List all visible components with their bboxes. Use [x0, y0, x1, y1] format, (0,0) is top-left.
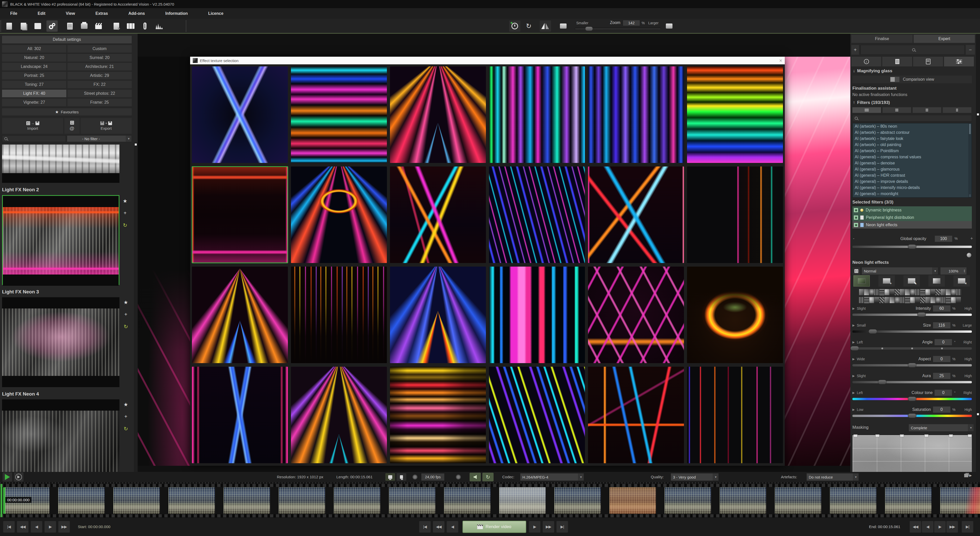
- texture-chip[interactable]: [900, 289, 905, 295]
- zoom-slider-thumb[interactable]: [585, 27, 593, 31]
- timeline-frame[interactable]: [775, 487, 821, 514]
- new-document-icon[interactable]: [3, 21, 15, 32]
- fps-field[interactable]: 24,00 fps: [421, 473, 445, 481]
- slider-track[interactable]: [853, 347, 972, 349]
- category-vignette[interactable]: Vignette: 27: [2, 99, 66, 106]
- category-toning[interactable]: Toning: 27: [2, 81, 66, 88]
- timeline-frame[interactable]: [940, 487, 980, 514]
- masking-mode-dropdown[interactable]: Complete▼: [908, 424, 974, 432]
- texture-tile-orange-glow-u-shape[interactable]: [687, 266, 783, 363]
- zoom-in-camera-icon[interactable]: ▴: [663, 21, 675, 32]
- timeline-frame[interactable]: [665, 487, 711, 514]
- category-fx[interactable]: FX: 22: [67, 81, 132, 88]
- timeline-frame[interactable]: [334, 487, 380, 514]
- zoom-value-field[interactable]: 142: [623, 20, 640, 26]
- timeline-frame[interactable]: [224, 487, 270, 514]
- export-frames-icon[interactable]: ▶: [964, 474, 972, 477]
- rotate-icon[interactable]: ↻: [124, 426, 128, 432]
- timeline-frame[interactable]: [444, 487, 490, 514]
- add-icon[interactable]: +: [124, 210, 127, 216]
- filter-item[interactable]: AI (artwork) – 80s neon: [853, 123, 972, 129]
- transport-right-3[interactable]: ▶▶: [946, 521, 958, 533]
- texture-tile-red-magenta-hexagon[interactable]: [192, 166, 288, 263]
- texture-chip[interactable]: [890, 297, 894, 303]
- filter-item[interactable]: AI (general) – HDR contrast: [853, 172, 972, 179]
- expander-icon[interactable]: ▶: [853, 408, 855, 412]
- slider-track[interactable]: [853, 314, 972, 316]
- filter-item[interactable]: AI (artwork) – Pointillism: [853, 148, 972, 154]
- artefacts-dropdown[interactable]: Do not reduce▼: [807, 473, 859, 481]
- redo-icon[interactable]: ↻: [523, 21, 535, 32]
- timeline-frame[interactable]: [279, 487, 325, 514]
- dialog-title-bar[interactable]: Effect texture selection ×: [190, 57, 785, 64]
- checkbox-checked-icon[interactable]: [854, 215, 858, 220]
- texture-tile-circuit-lines-blue-red-orange[interactable]: [588, 367, 684, 463]
- texture-chip[interactable]: [890, 289, 894, 295]
- playback-settings-icon[interactable]: [456, 474, 461, 480]
- checkbox-checked-icon[interactable]: [854, 223, 858, 227]
- global-opacity-value[interactable]: 100: [935, 235, 953, 242]
- view-mode-detailed[interactable]: [853, 107, 881, 113]
- texture-tile-diagonal-blue-violet-lines[interactable]: [489, 166, 585, 263]
- expander-icon[interactable]: ▶: [853, 340, 855, 344]
- timeline-frame[interactable]: [389, 487, 435, 514]
- texture-chip[interactable]: [956, 289, 961, 295]
- favourite-star-icon[interactable]: ★: [124, 401, 128, 408]
- rotate-icon[interactable]: ↻: [123, 222, 127, 228]
- expander-icon[interactable]: ▶: [853, 374, 855, 378]
- menu-addons[interactable]: Add-ons: [118, 8, 155, 19]
- texture-chip[interactable]: [946, 289, 951, 295]
- preset-thumbnail-partial[interactable]: [2, 145, 119, 183]
- texture-chip[interactable]: [900, 297, 905, 303]
- filter-item[interactable]: AI (artwork) – old painting: [853, 142, 972, 148]
- texture-chip[interactable]: [885, 289, 889, 295]
- tab-description[interactable]: [882, 57, 912, 66]
- texture-tile-sparse-vertical-rainbow-lines[interactable]: [687, 367, 783, 463]
- texture-tile-horizontal-warm-streaks[interactable]: [390, 367, 486, 463]
- import-button[interactable]: → Import: [2, 118, 63, 134]
- default-settings-button[interactable]: Default settings: [2, 36, 132, 43]
- slider-track[interactable]: [853, 415, 972, 417]
- blend-grid-icon[interactable]: [853, 267, 860, 275]
- tab-finalise[interactable]: Finalise: [851, 35, 913, 43]
- category-surreal[interactable]: Surreal: 20: [67, 54, 132, 62]
- slider-thumb[interactable]: [908, 397, 916, 401]
- texture-chip[interactable]: [920, 297, 925, 303]
- transport-center-left-2[interactable]: ◀: [447, 521, 458, 533]
- texture-chip[interactable]: [859, 297, 864, 303]
- slider-thumb[interactable]: [908, 413, 916, 418]
- filter-item[interactable]: AI (general) – moonlight: [853, 191, 972, 197]
- category-artistic[interactable]: Artistic: 29: [67, 72, 132, 80]
- texture-chip[interactable]: [880, 289, 884, 295]
- transport-left-3[interactable]: ▶: [45, 521, 56, 533]
- send-document-icon[interactable]: [111, 21, 122, 32]
- texture-chip[interactable]: [905, 297, 910, 303]
- category-natural[interactable]: Natural: 20: [2, 54, 66, 62]
- expander-icon[interactable]: ▶: [853, 307, 855, 310]
- category-custom[interactable]: Custom: [67, 45, 132, 53]
- texture-tile-horizontal-neon-bars[interactable]: [291, 66, 387, 163]
- category-frame[interactable]: Frame: 25: [67, 99, 132, 106]
- slider-track[interactable]: [853, 330, 972, 333]
- category-landscape[interactable]: Landscape: 24: [2, 63, 66, 70]
- slider-value-field[interactable]: 116: [933, 322, 951, 329]
- texture-tile-vertical-lines-multicolor[interactable]: [489, 66, 585, 163]
- category-architecture[interactable]: Architecture: 21: [67, 63, 132, 70]
- filter-item[interactable]: AI (general) – compress tonal values: [853, 154, 972, 160]
- transport-right-4[interactable]: ▶|: [962, 521, 974, 533]
- slider-value-field[interactable]: 25: [933, 373, 951, 379]
- tab-info[interactable]: i: [851, 57, 881, 66]
- texture-chip[interactable]: [941, 289, 945, 295]
- thermometer-icon[interactable]: [139, 21, 151, 32]
- texture-chip[interactable]: [864, 289, 869, 295]
- slider-track[interactable]: [853, 381, 972, 383]
- filter-item[interactable]: AI (general) – improve details: [853, 179, 972, 185]
- texture-tile-dark-sparse-vertical-lines[interactable]: [687, 166, 783, 263]
- texture-chip[interactable]: [895, 297, 900, 303]
- texture-chip[interactable]: [864, 297, 869, 303]
- transport-left-1[interactable]: ◀◀: [17, 521, 29, 533]
- texture-chip[interactable]: [905, 289, 910, 295]
- filter-item[interactable]: AI (general) – denoise: [853, 160, 972, 166]
- texture-chip[interactable]: [920, 289, 925, 295]
- filmstrip-boxes-icon[interactable]: [125, 21, 136, 32]
